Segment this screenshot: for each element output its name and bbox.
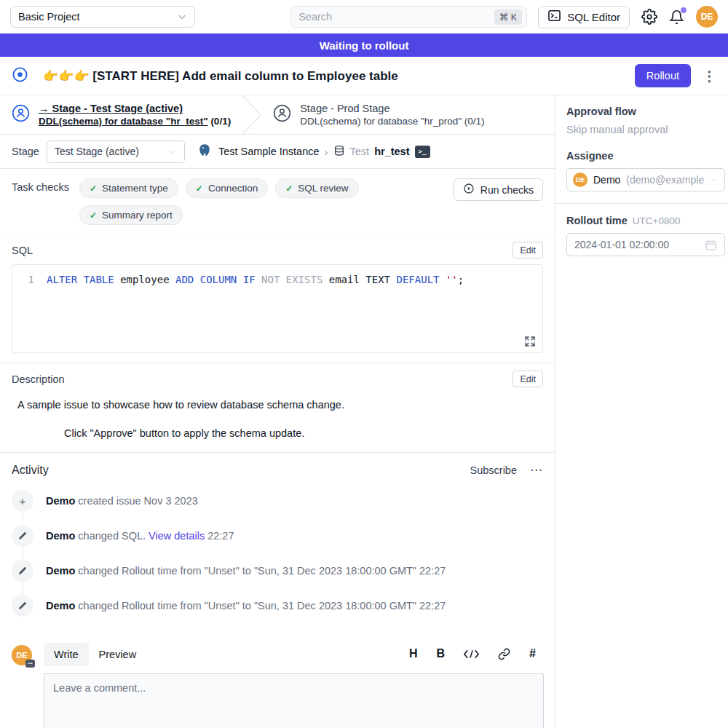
assignee-select[interactable]: DE Demo (demo@example — [566, 168, 725, 191]
open-sql-editor-icon[interactable]: >_ — [415, 146, 430, 158]
rollout-time-label: Rollout time — [566, 215, 628, 226]
run-checks-button[interactable]: Run checks — [454, 178, 543, 201]
terminal-icon — [547, 9, 561, 25]
activity-actor: Demo — [46, 600, 75, 612]
approval-flow-label: Approval flow — [566, 106, 725, 117]
sql-code-viewer: 1 ALTER TABLE employee ADD COLUMN IF NOT… — [12, 264, 543, 353]
issue-menu-kebab-icon[interactable]: ⋮ — [703, 68, 716, 84]
active-arrow: → — [39, 103, 52, 114]
stage-card-test[interactable]: → Stage - Test Stage (active) DDL(schema… — [0, 95, 242, 134]
description-text: Click "Approve" button to apply the sche… — [64, 427, 543, 439]
notification-bell-icon[interactable] — [669, 9, 684, 25]
code-icon[interactable] — [464, 649, 479, 660]
instance-link[interactable]: Test Sample Instance — [218, 146, 320, 157]
stage-separator-chevron — [242, 95, 261, 135]
environment-label: Test — [350, 146, 370, 157]
person-circle-icon — [273, 104, 291, 125]
bold-icon[interactable]: B — [437, 647, 446, 660]
sql-token: NOT EXISTS — [261, 274, 323, 285]
task-check-pill[interactable]: ✓SQL review — [275, 178, 358, 198]
rollout-time-value: 2024-01-01 02:00:00 — [574, 239, 669, 250]
stage-task-count: (0/1) — [208, 116, 232, 127]
activity-item: Demo changed Rollout time from "Unset" t… — [12, 560, 543, 582]
sql-editor-label: SQL Editor — [567, 11, 620, 23]
stage-task-count: (0/1) — [462, 116, 485, 127]
activity-item: Demo changed SQL. View details 22:27 — [12, 525, 543, 547]
project-selector[interactable]: Basic Project — [10, 6, 195, 28]
timeline-connector — [23, 512, 23, 525]
sql-statement: ALTER TABLE employee ADD COLUMN IF NOT E… — [47, 274, 464, 285]
calendar-icon[interactable] — [705, 239, 717, 251]
view-details-link[interactable]: View details — [149, 530, 205, 542]
search-input[interactable]: Search ⌘ K — [290, 6, 527, 28]
issue-header: 👉👉👉 [START HERE] Add email column to Emp… — [0, 57, 728, 95]
activity-text: Demo changed SQL. View details 22:27 — [46, 530, 234, 542]
sidebar-divider — [555, 203, 728, 204]
stage-label: Stage — [12, 146, 39, 157]
stage-card-prod[interactable]: Stage - Prod Stage DDL(schema) for datab… — [261, 95, 496, 134]
task-check-pill[interactable]: ✓Connection — [186, 178, 268, 198]
hash-icon[interactable]: # — [529, 647, 536, 660]
comment-input[interactable] — [44, 673, 544, 728]
heading-icon[interactable]: H — [409, 647, 418, 660]
sql-token — [440, 274, 446, 285]
task-check-label: Summary report — [102, 210, 173, 221]
task-checks-row: Task checks ✓Statement type✓Connection✓S… — [0, 169, 555, 234]
search-shortcut-badge: ⌘ K — [494, 9, 522, 25]
page-title: 👉👉👉 [START HERE] Add email column to Emp… — [43, 68, 398, 84]
user-avatar[interactable]: DE — [696, 6, 718, 28]
stage-task: DDL(schema) for database "hr_prod" — [300, 116, 462, 127]
activity-timeline: +Demo created issue Nov 3 2023Demo chang… — [12, 490, 543, 617]
stage-dropdown[interactable]: Test Stage (active) — [47, 141, 185, 163]
assignee-avatar: DE — [573, 173, 587, 187]
timeline-connector — [23, 582, 23, 595]
task-check-pill[interactable]: ✓Statement type — [79, 178, 178, 198]
activity-item: Demo changed Rollout time from "Unset" t… — [12, 595, 543, 617]
activity-text: Demo changed Rollout time from "Unset" t… — [46, 565, 446, 577]
description-section: Description Edit A sample issue to showc… — [0, 371, 555, 453]
task-check-label: Statement type — [102, 183, 168, 194]
issue-status-icon — [12, 66, 28, 86]
database-icon — [333, 145, 345, 159]
pencil-icon — [12, 560, 33, 582]
description-text: A sample issue to showcase how to review… — [17, 399, 543, 411]
topbar: Basic Project Search ⌘ K SQL Editor DE — [0, 0, 728, 33]
chevron-down-icon — [710, 175, 719, 184]
comment-editor: DE ••• Write Preview HB# — [0, 643, 555, 728]
approval-flow-value: Skip manual approval — [566, 124, 725, 135]
database-name-link[interactable]: hr_test — [374, 146, 409, 157]
activity-menu-kebab-icon[interactable]: ⋯ — [530, 462, 543, 478]
description-edit-button[interactable]: Edit — [513, 371, 543, 387]
comment-toolbar: HB# — [409, 643, 543, 660]
assignee-name: Demo — [593, 174, 620, 186]
activity-actor: Demo — [46, 565, 75, 577]
chevron-down-icon — [168, 147, 177, 156]
activity-actor: Demo — [46, 495, 75, 507]
expand-fullscreen-icon[interactable] — [524, 336, 536, 347]
sql-editor-button[interactable]: SQL Editor — [538, 6, 630, 28]
run-circle-play-icon — [463, 183, 475, 197]
sql-token: email TEXT — [323, 274, 396, 285]
task-check-label: SQL review — [298, 183, 348, 194]
sql-edit-button[interactable]: Edit — [513, 242, 543, 258]
tab-preview[interactable]: Preview — [89, 643, 147, 666]
search-placeholder: Search — [298, 11, 332, 23]
run-checks-label: Run checks — [480, 184, 534, 196]
plus-icon: + — [12, 490, 33, 512]
rollout-time-input[interactable]: 2024-01-01 02:00:00 — [566, 233, 725, 256]
activity-label: Activity — [12, 464, 49, 477]
stage-task: DDL(schema) for database "hr_test" — [39, 116, 208, 127]
rollout-button[interactable]: Rollout — [635, 64, 691, 87]
sidebar: Approval flow Skip manual approval Assig… — [555, 95, 728, 728]
database-breadcrumb: Test Sample Instance › Test hr_test >_ — [218, 145, 430, 159]
activity-text: Demo changed Rollout time from "Unset" t… — [46, 600, 446, 612]
subscribe-button[interactable]: Subscribe — [470, 464, 517, 476]
person-circle-icon — [12, 104, 30, 125]
stage-select-bar: Stage Test Stage (active) Test Sample In… — [0, 135, 555, 169]
comment-tabs: Write Preview — [44, 643, 146, 666]
tab-write[interactable]: Write — [44, 643, 89, 666]
pencil-icon — [12, 595, 33, 617]
task-check-pill[interactable]: ✓Summary report — [79, 205, 183, 225]
link-icon[interactable] — [498, 648, 510, 660]
settings-gear-icon[interactable] — [641, 9, 657, 25]
